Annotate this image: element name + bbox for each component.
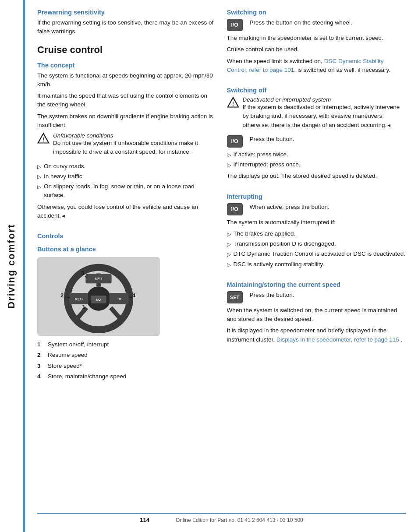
interrupting-button-text: When active, press the button. (250, 203, 329, 211)
right-column: Switching on I/O Press the button on the… (227, 9, 406, 506)
item-label: Store, maintain/change speed (48, 372, 126, 381)
speedometer-link[interactable]: Displays in the speedometer, refer to pa… (276, 336, 401, 343)
bullet-arrow-icon: ▷ (37, 163, 41, 171)
concept-text3: The system brakes on downhill gradients … (37, 112, 216, 130)
svg-text:3: 3 (81, 270, 84, 276)
concept-text1: The system is functional at speeds begin… (37, 71, 216, 89)
concept-title: The concept (37, 62, 216, 69)
list-item: ▷ DSC is actively controlling stability. (227, 260, 406, 269)
list-item: ▷ On curvy roads. (37, 162, 216, 171)
item-number: 1 (37, 340, 43, 349)
list-item: 1 System on/off, interrupt (37, 340, 216, 349)
io-button-switching-on: I/O (227, 19, 243, 31)
switching-off-bullets: ▷ If active: press twice. ▷ If interrupt… (227, 150, 406, 169)
interrupting-button-row: I/O When active, press the button. (227, 203, 406, 215)
maintaining-button-row: SET Press the button. (227, 291, 406, 303)
bullet-arrow-icon: ▷ (227, 151, 231, 159)
buttons-glance-title: Buttons at a glance (37, 246, 216, 253)
bullet-arrow-icon: ▷ (37, 173, 41, 181)
steering-wheel-image: RES ⇥ SET I/O 3 (37, 257, 160, 336)
bullet-arrow-icon: ▷ (227, 230, 231, 238)
interrupting-bullets: ▷ The brakes are applied. ▷ Transmission… (227, 229, 406, 269)
svg-text:I/O: I/O (96, 298, 101, 302)
svg-text:SET: SET (95, 277, 103, 281)
item-number: 4 (37, 372, 43, 381)
svg-text:⇥: ⇥ (117, 296, 121, 301)
switching-on-button-text: Press the button on the steering wheel. (250, 18, 352, 27)
bullet-arrow-icon: ▷ (37, 183, 41, 191)
warning-triangle-icon-2: ! (227, 96, 239, 109)
bullet-arrow-icon: ▷ (227, 250, 231, 258)
list-item: ▷ If interrupted: press once. (227, 160, 406, 169)
svg-text:1: 1 (82, 303, 85, 310)
switching-on-text1: The marking in the speedometer is set to… (227, 34, 406, 42)
interrupting-text: The system is automatically interrupted … (227, 218, 406, 227)
page-number: 114 (140, 517, 149, 523)
bullet-arrow-icon: ▷ (227, 261, 231, 269)
warning-deactivated: ! Deactivated or interrupted system If t… (227, 96, 406, 132)
list-item: 2 Resume speed (37, 351, 216, 359)
svg-text:!: ! (232, 101, 234, 107)
io-button-interrupting: I/O (227, 203, 243, 215)
switching-off-button-row: I/O Press the button. (227, 135, 406, 148)
list-item: 3 Store speed* (37, 362, 216, 370)
prewarning-text: If the prewarning setting is too sensiti… (37, 18, 216, 36)
list-item: 4 Store, maintain/change speed (37, 372, 216, 381)
controls-title: Controls (37, 233, 216, 240)
two-column-layout: Prewarning sensitivity If the prewarning… (37, 9, 406, 506)
maintaining-text1: When the system is switched on, the curr… (227, 306, 406, 324)
sidebar: Driving comfort (0, 0, 23, 532)
maintaining-text2: It is displayed in the speedometer and b… (227, 326, 406, 344)
warning-triangle-icon: ! (37, 132, 50, 144)
switching-off-warning-text: If the system is deactivated or interrup… (243, 103, 406, 130)
left-column: Prewarning sensitivity If the prewarning… (37, 9, 216, 506)
bullet-text: If active: press twice. (234, 150, 288, 159)
sidebar-label: Driving comfort (6, 224, 17, 309)
svg-text:!: ! (43, 137, 44, 143)
bullet-text: If interrupted: press once. (234, 160, 301, 169)
list-item: ▷ DTC Dynamic Traction Control is activa… (227, 250, 406, 258)
prewarning-title: Prewarning sensitivity (37, 9, 216, 16)
warning-unfavorable-content: Unfavorable conditions Do not use the sy… (53, 132, 216, 159)
list-item: ▷ If active: press twice. (227, 150, 406, 159)
cruise-control-heading: Cruise control (37, 44, 216, 56)
bullet-arrow-icon: ▷ (227, 161, 231, 169)
svg-text:2: 2 (60, 292, 64, 299)
io-button-switching-off: I/O (227, 135, 243, 148)
footer: 114 Online Edition for Part no. 01 41 2 … (37, 513, 406, 523)
concept-text2: It maintains the speed that was set usin… (37, 92, 216, 109)
list-item: ▷ In heavy traffic. (37, 172, 216, 181)
bullet-text: In heavy traffic. (44, 172, 84, 181)
switching-off-warning-title: Deactivated or interrupted system (243, 96, 331, 103)
set-button-maintaining: SET (227, 291, 243, 303)
switching-on-text3: When the speed limit is switched on, DSC… (227, 57, 406, 75)
unfavorable-bullet-list: ▷ On curvy roads. ▷ In heavy traffic. ▷ … (37, 162, 216, 200)
footer-doc-text: Online Edition for Part no. 01 41 2 604 … (176, 517, 303, 523)
maintaining-button-text: Press the button. (250, 291, 294, 299)
switching-on-text2: Cruise control can be used. (227, 45, 406, 54)
svg-text:4: 4 (132, 292, 136, 299)
list-item: ▷ On slippery roads, in fog, snow or rai… (37, 182, 216, 200)
bullet-text: On curvy roads. (44, 162, 85, 171)
bullet-arrow-icon: ▷ (227, 240, 231, 248)
item-number: 3 (37, 362, 43, 370)
maintaining-title: Maintaining/storing the current speed (227, 281, 406, 288)
bullet-text: DTC Dynamic Traction Control is activate… (234, 250, 405, 258)
numbered-items-list: 1 System on/off, interrupt 2 Resume spee… (37, 340, 216, 381)
svg-text:RES: RES (74, 297, 82, 301)
switching-off-text2: The displays go out. The stored desired … (227, 172, 406, 180)
switching-on-row: I/O Press the button on the steering whe… (227, 18, 406, 31)
switching-off-title: Switching off (227, 87, 406, 94)
warning-unfavorable: ! Unfavorable conditions Do not use the … (37, 132, 216, 159)
item-label: Store speed* (48, 362, 82, 370)
item-number: 2 (37, 351, 43, 359)
warning-end-text: Otherwise, you could lose control of the… (37, 203, 216, 221)
item-label: System on/off, interrupt (48, 340, 109, 349)
bullet-text: DSC is actively controlling stability. (234, 260, 325, 269)
warning-unfavorable-text: Do not use the system if unfavorable con… (53, 139, 216, 157)
bullet-text: The brakes are applied. (234, 229, 296, 238)
bullet-text: Transmission position D is disengaged. (234, 240, 336, 248)
switching-on-title: Switching on (227, 9, 406, 16)
bullet-text: On slippery roads, in fog, snow or rain,… (44, 182, 216, 200)
switching-off-button-text: Press the button. (250, 135, 294, 144)
